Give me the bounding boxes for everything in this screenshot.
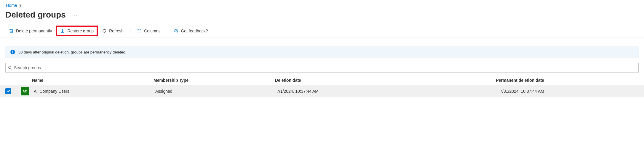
download-icon (60, 29, 65, 33)
col-deletion[interactable]: Deletion date (275, 78, 413, 83)
delete-permanently-label: Delete permanently (16, 29, 52, 33)
chevron-right-icon: ❯ (19, 3, 22, 7)
more-menu-icon[interactable]: ··· (71, 12, 79, 18)
cell-deletion: 7/1/2024, 10:37:44 AM (275, 89, 413, 94)
col-membership[interactable]: Membership Type (154, 78, 275, 83)
divider (167, 28, 167, 34)
search-box[interactable] (5, 63, 639, 73)
columns-button[interactable]: Columns (134, 26, 163, 36)
col-permanent[interactable]: Permanent deletion date (413, 78, 551, 83)
info-icon (10, 49, 15, 55)
info-message: 30 days after original deletion, groups … (18, 50, 126, 54)
col-name[interactable]: Name (32, 78, 154, 83)
cell-name: All Company Users (32, 89, 154, 94)
groups-table: Name Membership Type Deletion date Perma… (0, 75, 644, 97)
avatar: AC (21, 87, 29, 95)
search-icon (8, 66, 12, 70)
search-input[interactable] (14, 63, 636, 72)
table-row[interactable]: AC All Company Users Assigned 7/1/2024, … (0, 85, 644, 97)
toolbar: Delete permanently Restore group Refresh… (0, 24, 644, 37)
svg-point-2 (9, 66, 11, 69)
refresh-button[interactable]: Refresh (99, 26, 127, 36)
columns-icon (137, 29, 142, 33)
divider (130, 28, 130, 34)
feedback-label: Got feedback? (181, 29, 208, 33)
info-bar: 30 days after original deletion, groups … (5, 46, 639, 58)
cell-membership: Assigned (154, 89, 275, 94)
svg-point-0 (175, 29, 176, 31)
table-header: Name Membership Type Deletion date Perma… (0, 75, 644, 85)
page-header: Deleted groups ··· (0, 9, 644, 24)
feedback-button[interactable]: Got feedback? (171, 26, 211, 36)
refresh-icon (102, 29, 107, 33)
columns-label: Columns (144, 29, 160, 33)
breadcrumb-home[interactable]: Home (6, 3, 17, 8)
check-icon (6, 89, 10, 93)
cell-permanent: 7/31/2024, 10:37:44 AM (413, 89, 551, 94)
restore-group-button[interactable]: Restore group (56, 26, 98, 36)
delete-permanently-button[interactable]: Delete permanently (6, 26, 55, 36)
row-checkbox[interactable] (5, 88, 11, 94)
page-title: Deleted groups (5, 10, 66, 20)
breadcrumb: Home ❯ (0, 0, 644, 9)
restore-group-label: Restore group (67, 29, 94, 33)
feedback-icon (174, 29, 178, 33)
refresh-label: Refresh (109, 29, 124, 33)
trash-icon (9, 29, 14, 33)
